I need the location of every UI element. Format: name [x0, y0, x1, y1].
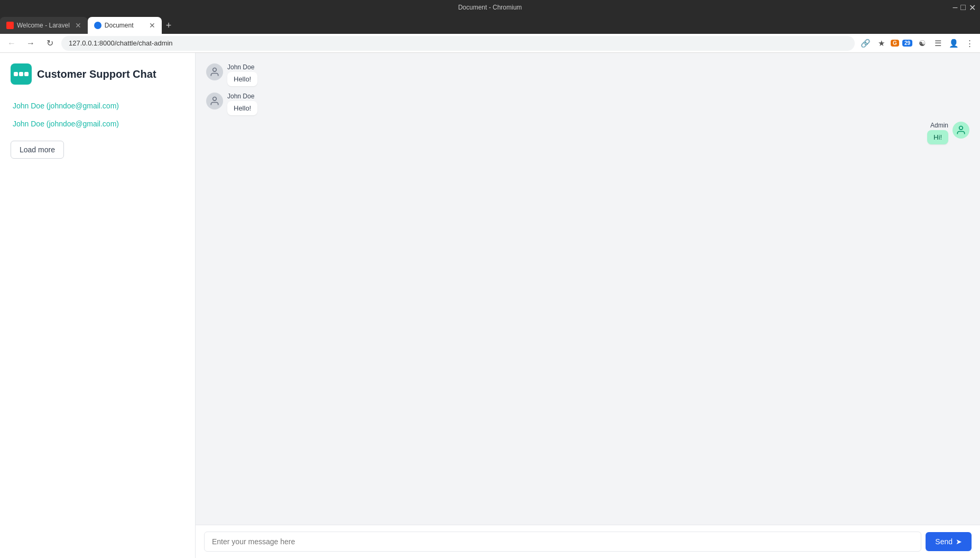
- message-content-1: John Doe Hello!: [227, 63, 257, 86]
- message-row-3: Admin Hi!: [206, 122, 969, 144]
- chat-item-1[interactable]: John Doe (johndoe@gmail.com): [11, 97, 184, 114]
- message-input[interactable]: [204, 532, 921, 552]
- browser-titlebar: Document - Chromium – □ ✕: [0, 0, 980, 15]
- reload-button[interactable]: ↻: [42, 36, 57, 51]
- svg-point-2: [959, 126, 963, 130]
- extension-badge-1[interactable]: G: [891, 40, 899, 47]
- close-icon[interactable]: ✕: [969, 3, 976, 13]
- sidebar: Customer Support Chat John Doe (johndoe@…: [0, 53, 196, 558]
- sidebar-title: Customer Support Chat: [37, 68, 156, 80]
- logo-dot-1: [14, 72, 18, 76]
- message-bubble-1: Hello!: [227, 72, 257, 86]
- laravel-favicon: [6, 22, 14, 29]
- profile-icon[interactable]: 👤: [947, 37, 960, 50]
- forward-button[interactable]: →: [23, 36, 38, 51]
- browser-toolbar-right: 🔗 ★ G 29 ☯ ☰ 👤 ⋮: [859, 37, 976, 50]
- message-sender-2: John Doe: [227, 93, 257, 100]
- send-icon: ➤: [956, 537, 962, 546]
- tab-document-close[interactable]: ✕: [149, 21, 155, 30]
- app-logo: [11, 63, 32, 85]
- minimize-icon[interactable]: –: [953, 3, 957, 13]
- browser-tabs: Welcome - Laravel ✕ Document ✕ +: [0, 15, 980, 34]
- message-content-2: John Doe Hello!: [227, 93, 257, 115]
- browser-window-controls[interactable]: – □ ✕: [953, 3, 976, 13]
- admin-avatar: [953, 122, 969, 139]
- document-favicon: [94, 22, 101, 29]
- svg-point-1: [213, 97, 217, 101]
- browser-chrome: Document - Chromium – □ ✕ Welcome - Lara…: [0, 0, 980, 53]
- tab-document-label: Document: [105, 22, 144, 29]
- logo-dot-2: [19, 72, 23, 76]
- share-icon[interactable]: 🔗: [859, 37, 872, 50]
- load-more-button[interactable]: Load more: [11, 141, 64, 159]
- logo-dot-3: [24, 72, 29, 76]
- tab-laravel-close[interactable]: ✕: [75, 21, 81, 30]
- send-label: Send: [935, 537, 953, 546]
- url-bar[interactable]: [61, 36, 855, 51]
- tab-laravel-label: Welcome - Laravel: [17, 22, 70, 29]
- maximize-icon[interactable]: □: [960, 3, 966, 13]
- browser-title: Document - Chromium: [458, 4, 522, 11]
- chat-messages: John Doe Hello! John Doe Hello!: [196, 53, 980, 525]
- message-bubble-2: Hello!: [227, 101, 257, 115]
- svg-point-0: [213, 68, 217, 72]
- message-row-2: John Doe Hello!: [206, 93, 969, 115]
- chat-item-2[interactable]: John Doe (johndoe@gmail.com): [11, 115, 184, 132]
- chat-area: John Doe Hello! John Doe Hello!: [196, 53, 980, 558]
- chat-input-area: Send ➤: [196, 525, 980, 558]
- bookmark-icon[interactable]: ★: [875, 37, 887, 50]
- menu-icon[interactable]: ⋮: [963, 37, 976, 50]
- message-bubble-3: Hi!: [927, 130, 948, 144]
- chat-list: John Doe (johndoe@gmail.com) John Doe (j…: [11, 97, 184, 132]
- message-content-3: Admin Hi!: [927, 122, 948, 144]
- extensions-icon[interactable]: ☯: [916, 37, 928, 50]
- browser-addressbar: ← → ↻ 🔗 ★ G 29 ☯ ☰ 👤 ⋮: [0, 34, 980, 53]
- user-avatar-2: [206, 93, 223, 109]
- tab-document[interactable]: Document ✕: [88, 17, 162, 34]
- sidebar-toggle-icon[interactable]: ☰: [931, 37, 944, 50]
- new-tab-button[interactable]: +: [162, 17, 176, 34]
- message-row-1: John Doe Hello!: [206, 63, 969, 86]
- message-sender-1: John Doe: [227, 63, 257, 71]
- send-button[interactable]: Send ➤: [926, 532, 972, 551]
- message-sender-3: Admin: [930, 122, 948, 129]
- extension-badge-2[interactable]: 29: [902, 40, 912, 47]
- user-avatar-1: [206, 63, 223, 80]
- logo-dots: [14, 72, 29, 76]
- sidebar-header: Customer Support Chat: [11, 63, 184, 85]
- tab-laravel[interactable]: Welcome - Laravel ✕: [0, 17, 88, 34]
- back-button[interactable]: ←: [4, 36, 19, 51]
- app-wrapper: Customer Support Chat John Doe (johndoe@…: [0, 53, 980, 558]
